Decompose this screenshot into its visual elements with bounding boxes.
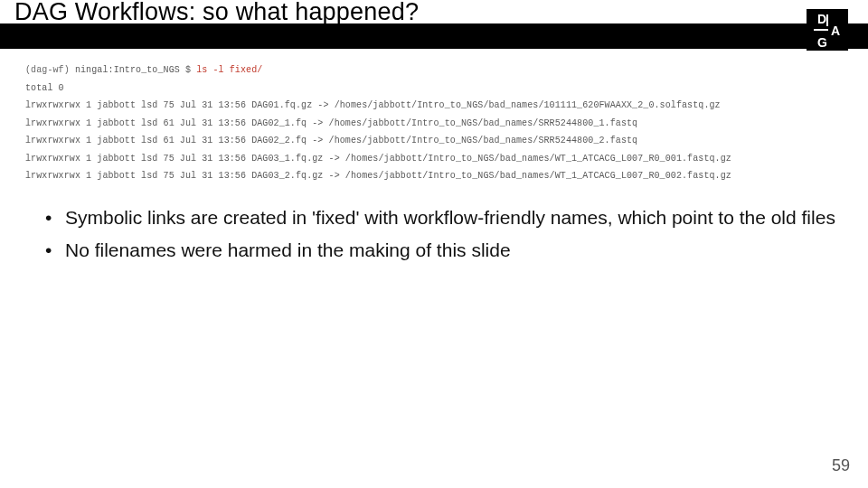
terminal-row: lrwxrwxrwx 1 jabbott lsd 75 Jul 31 13:56… — [25, 97, 843, 115]
terminal-row: lrwxrwxrwx 1 jabbott lsd 61 Jul 31 13:56… — [25, 115, 843, 133]
bullet-item: Symbolic links are created in 'fixed' wi… — [45, 205, 841, 230]
terminal-command: ls -l fixed/ — [196, 65, 262, 75]
bullet-item: No filenames were harmed in the making o… — [45, 238, 841, 263]
page-number: 59 — [832, 456, 850, 475]
bullet-list: Symbolic links are created in 'fixed' wi… — [0, 191, 868, 264]
dag-logo-icon: D A G — [807, 9, 848, 51]
slide: DAG Workflows: so what happened? D A G (… — [0, 0, 868, 488]
terminal-row: lrwxrwxrwx 1 jabbott lsd 75 Jul 31 13:56… — [25, 150, 843, 168]
title-bar: DAG Workflows: so what happened? D A G — [0, 0, 868, 49]
prompt-path: ningal:Intro_to_NGS $ — [75, 65, 196, 75]
terminal-block: (dag-wf) ningal:Intro_to_NGS $ ls -l fix… — [0, 49, 868, 191]
terminal-total: total 0 — [25, 80, 843, 98]
dag-logo: D A G — [807, 9, 848, 51]
terminal-row: lrwxrwxrwx 1 jabbott lsd 75 Jul 31 13:56… — [25, 167, 843, 185]
prompt-env: (dag-wf) — [25, 65, 75, 75]
terminal-prompt-line: (dag-wf) ningal:Intro_to_NGS $ ls -l fix… — [25, 61, 843, 80]
logo-letter-d: D — [817, 12, 826, 26]
slide-title: DAG Workflows: so what happened? — [0, 0, 419, 26]
terminal-row: lrwxrwxrwx 1 jabbott lsd 61 Jul 31 13:56… — [25, 132, 843, 150]
logo-letter-g: G — [817, 35, 827, 50]
logo-letter-a: A — [831, 23, 840, 38]
